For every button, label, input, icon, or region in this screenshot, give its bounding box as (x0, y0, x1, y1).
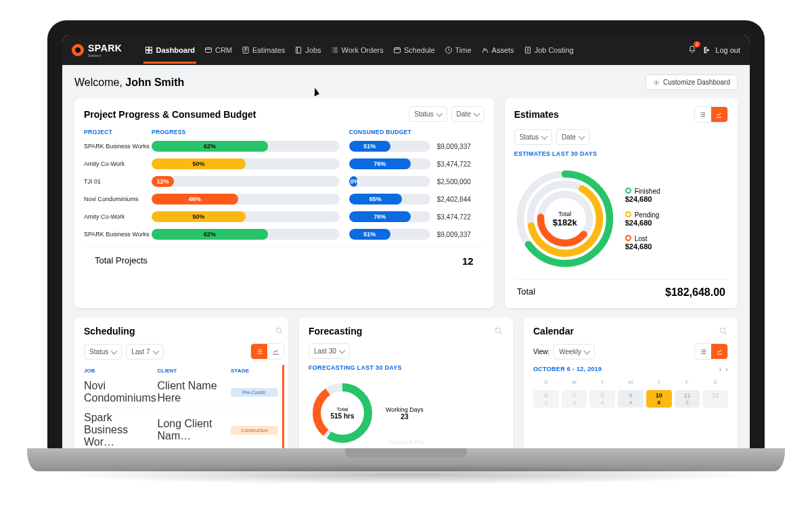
stage-badge: Pre-Constr. (231, 388, 278, 397)
sched-list-toggle[interactable] (251, 344, 267, 359)
customize-dashboard-button[interactable]: Customize Dashboard (646, 74, 738, 90)
budget-bar: 65% (349, 194, 430, 204)
budget-fill: 76% (349, 158, 411, 169)
logout-icon (703, 46, 711, 54)
list-icon (256, 348, 263, 355)
brand-name: SPARK (88, 43, 122, 53)
progress-fill: 50% (152, 211, 246, 222)
progress-fill: 12% (152, 176, 174, 187)
legend-item: Lost$24,680 (625, 235, 660, 251)
nav-items: DashboardCRMEstimatesJobsWork OrdersSche… (145, 37, 573, 64)
list-icon (700, 348, 707, 355)
chevron-down-icon (583, 347, 590, 354)
est-total-label: Total (517, 286, 535, 299)
cal-prev-button[interactable]: ‹ (719, 365, 722, 373)
pp-title: Project Progress & Consumed Budget (84, 109, 256, 120)
nav-item-jobs[interactable]: Jobs (294, 37, 321, 64)
cal-chart-toggle[interactable] (711, 344, 727, 359)
search-icon[interactable] (719, 326, 728, 336)
progress-fill: 46% (152, 194, 238, 204)
progress-bar: 62% (152, 141, 340, 152)
pp-date-filter[interactable]: Date (451, 106, 484, 122)
sched-status-filter[interactable]: Status (84, 344, 122, 360)
nav-item-work-orders[interactable]: Work Orders (331, 37, 384, 64)
estimates-chart-toggle[interactable] (711, 107, 727, 122)
sched-row[interactable]: Novi CondominiumsClient Name HerePre-Con… (84, 376, 278, 408)
legend-label: Finished (635, 188, 660, 195)
search-icon[interactable] (275, 326, 284, 336)
cal-cell[interactable]: 94 (618, 390, 644, 408)
nav-label: Schedule (404, 46, 435, 54)
budget-fill: 76% (349, 211, 411, 222)
nav-item-dashboard[interactable]: Dashboard (145, 37, 194, 64)
est-date-filter[interactable]: Date (556, 129, 589, 145)
progress-fill: 62% (152, 229, 268, 240)
budget-bar: 51% (349, 229, 430, 240)
cal-view-label: View: (533, 348, 549, 355)
cal-day-head: S (702, 377, 728, 387)
legend-value: $24,680 (625, 195, 660, 203)
project-name: Amity Co-Work (84, 160, 152, 167)
progress-bar: 50% (152, 158, 340, 169)
nav-icon (294, 46, 302, 54)
budget-fill: 65% (349, 194, 402, 204)
nav-icon (445, 46, 453, 54)
chevron-down-icon (338, 347, 345, 354)
legend-label: Pending (635, 211, 660, 219)
top-nav: SPARK Select DashboardCRMEstimatesJobsWo… (62, 35, 750, 65)
chevron-down-icon (111, 347, 118, 354)
calendar-card: Calendar View: Weekly (524, 318, 738, 448)
nav-item-estimates[interactable]: Estimates (242, 37, 285, 64)
legend-dot-icon (625, 188, 631, 194)
nav-icon (204, 46, 212, 54)
pp-status-filter[interactable]: Status (409, 106, 447, 122)
notifications-button[interactable]: 2 (688, 45, 696, 56)
chart-icon (272, 348, 279, 355)
progress-bar: 12% (152, 176, 340, 187)
forecast-donut-chart: Total 515 hrs (309, 379, 376, 447)
logout-label: Log out (715, 46, 740, 54)
nav-label: Estimates (252, 46, 285, 54)
forecast-range-filter[interactable]: Last 30 (309, 343, 350, 359)
nav-item-time[interactable]: Time (445, 37, 472, 64)
nav-label: Assets (492, 46, 514, 54)
sched-job: Novi Condominiums (84, 380, 158, 404)
nav-icon (242, 46, 250, 54)
sched-chart-toggle[interactable] (267, 344, 284, 359)
budget-fill: 51% (349, 229, 390, 240)
estimates-list-toggle[interactable] (695, 107, 711, 122)
project-name: SPARK Business Works (84, 143, 152, 150)
sched-col-client: CLIENT (158, 368, 231, 374)
cal-cell[interactable]: 12 (702, 390, 728, 408)
logout-button[interactable]: Log out (703, 46, 740, 54)
nav-item-crm[interactable]: CRM (204, 37, 232, 64)
cal-cell[interactable]: 108 (646, 390, 672, 408)
nav-label: CRM (215, 46, 232, 54)
svg-point-14 (495, 328, 500, 332)
cal-next-button[interactable]: › (725, 365, 728, 373)
nav-item-schedule[interactable]: Schedule (393, 37, 435, 64)
legend-value: $24,680 (625, 219, 660, 227)
forecast-sublabel: FORECASTING LAST 30 DAYS (309, 364, 503, 371)
forecast-title: Forecasting (309, 326, 362, 337)
cal-view-select[interactable]: Weekly (554, 344, 595, 360)
macbook-label: MacBook Pro (47, 439, 765, 446)
budget-amount: $2,402,844 (430, 196, 484, 203)
brand-sub: Select (88, 53, 122, 58)
pp-row: Amity Co-Work 50% 76% $3,474,722 (84, 211, 484, 222)
cal-range: OCTOBER 6 - 12, 2019 (533, 366, 602, 372)
cal-cell[interactable]: 62 (533, 390, 559, 408)
cal-list-toggle[interactable] (695, 344, 711, 359)
est-total-value: $182,648.00 (665, 286, 725, 299)
est-status-filter[interactable]: Status (514, 129, 552, 145)
cal-cell[interactable]: 112 (675, 390, 700, 408)
nav-item-assets[interactable]: Assets (481, 37, 514, 64)
sched-range-filter[interactable]: Last 7 (126, 344, 163, 360)
nav-item-job-costing[interactable]: Job Costing (524, 37, 574, 64)
cal-cell[interactable]: 84 (589, 390, 615, 408)
welcome-text: Welcome, John Smith (74, 77, 184, 89)
svg-point-18 (720, 328, 725, 332)
cal-cell[interactable]: 73 (562, 390, 587, 408)
search-icon[interactable] (494, 326, 503, 336)
sched-col-stage: STAGE (231, 368, 278, 374)
